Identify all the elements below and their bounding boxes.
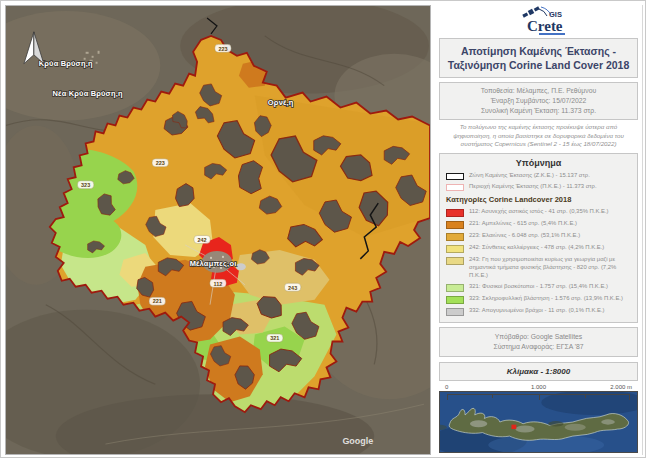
svg-text:223: 223 bbox=[218, 46, 227, 52]
legend-outline-items: Ζώνη Καμένης Έκτασης (Ζ.Κ.Ε.) - 15.137 σ… bbox=[446, 172, 631, 191]
scale-bar-label: 1.000 bbox=[531, 384, 546, 390]
legend-category-swatch bbox=[446, 284, 464, 292]
info-line: Τοποθεσία: Μέλαμπες, Π.Ε. Ρεθύμνου bbox=[442, 86, 635, 96]
legend-category-label: 323: Σκληροφυλλική βλάστηση - 1.576 στρ.… bbox=[469, 295, 623, 303]
svg-text:Crete: Crete bbox=[527, 18, 563, 34]
legend-category-item: 321: Φυσικοί βοσκότοποι - 1.757 στρ. (15… bbox=[446, 283, 631, 292]
source-line: Σύστημα Αναφοράς: ΕΓΣΑ '87 bbox=[442, 342, 635, 352]
legend-outline-swatch bbox=[446, 173, 464, 180]
place-label: Κρύα Βρύση,η bbox=[39, 59, 93, 68]
legend-outline-item: Περιοχή Καμένης Έκτασης (Π.Κ.Ε.) - 11.37… bbox=[446, 183, 631, 191]
place-label: Νέα Κρύα Βρύση,η bbox=[53, 89, 123, 98]
legend-category-item: 223: Ελαιώνες - 6.048 στρ. (53,1% Π.Κ.Ε.… bbox=[446, 232, 631, 241]
corine-code-tag: 321 bbox=[267, 334, 283, 342]
corine-code-tag: 221 bbox=[149, 297, 165, 305]
corine-code-tag: 223 bbox=[152, 159, 168, 167]
legend-category-swatch bbox=[446, 308, 464, 316]
info-line: Έναρξη Συμβάντος: 15/07/2022 bbox=[442, 96, 635, 106]
legend-category-swatch bbox=[446, 257, 464, 265]
legend-outline-swatch bbox=[446, 184, 464, 191]
legend-category-swatch bbox=[446, 233, 464, 241]
scale-bar-label: 2.000 m bbox=[610, 384, 632, 390]
burn-location-marker bbox=[511, 425, 516, 429]
incident-info-box: Τοποθεσία: Μέλαμπες, Π.Ε. ΡεθύμνουΈναρξη… bbox=[439, 82, 638, 120]
legend-category-item: 112: Ασυνεχής αστικός ιστός - 41 στρ. (0… bbox=[446, 208, 631, 217]
source-line: Υπόβαθρο: Google Satellites bbox=[442, 332, 635, 342]
legend-box: Υπόμνημα Ζώνη Καμένης Έκτασης (Ζ.Κ.Ε.) -… bbox=[439, 153, 638, 323]
legend-category-swatch bbox=[446, 245, 464, 253]
legend-category-label: 223: Ελαιώνες - 6.048 στρ. (53,1% Π.Κ.Ε.… bbox=[469, 232, 580, 240]
scale-bar-label: 0 bbox=[445, 384, 448, 390]
legend-category-label: 321: Φυσικοί βοσκότοποι - 1.757 στρ. (15… bbox=[469, 283, 608, 291]
map-title-line1: Αποτίμηση Καμένης Έκτασης - bbox=[443, 44, 634, 58]
place-label: Ορνέ,η bbox=[268, 98, 294, 107]
legend-categories-title: Κατηγορίες Corine Landcover 2018 bbox=[446, 195, 631, 204]
google-watermark: Google bbox=[342, 436, 373, 446]
map-canvas: 223223323242112221243321 Κρύα Βρύση,ηΝέα… bbox=[6, 6, 430, 454]
legend-category-label: 332: Απογυμνωμένοι βράχοι - 11 στρ. (0,1… bbox=[469, 307, 605, 315]
corine-code-tag: 223 bbox=[215, 44, 231, 52]
svg-text:112: 112 bbox=[214, 281, 223, 287]
gis-crete-logo-graphic: GIS Crete bbox=[491, 6, 587, 36]
legend-category-item: 243: Γη που χρησιμοποιείται κυρίως για γ… bbox=[446, 256, 631, 280]
map-title-line2: Ταξινόμηση Corine Land Cover 2018 bbox=[443, 58, 634, 72]
scale-box: Κλίμακα - 1:8000 bbox=[439, 362, 638, 381]
satellite-icon bbox=[521, 6, 539, 18]
map-title-box: Αποτίμηση Καμένης Έκτασης - Ταξινόμηση C… bbox=[439, 38, 638, 78]
legend-category-item: 332: Απογυμνωμένοι βράχοι - 11 στρ. (0,1… bbox=[446, 307, 631, 316]
legend-category-item: 242: Σύνθετες καλλιέργειες - 478 στρ. (4… bbox=[446, 244, 631, 253]
svg-text:243: 243 bbox=[288, 285, 297, 291]
corine-code-tag: 242 bbox=[194, 235, 210, 243]
scale-bar: 01.0002.000 m bbox=[445, 384, 632, 385]
crete-inset-map bbox=[440, 392, 637, 452]
legend-category-label: 242: Σύνθετες καλλιέργειες - 478 στρ. (4… bbox=[469, 244, 604, 252]
legend-outline-label: Περιοχή Καμένης Έκτασης (Π.Κ.Ε.) - 11.37… bbox=[469, 183, 597, 191]
gis-crete-logo: GIS Crete bbox=[439, 6, 638, 36]
legend-category-item: 323: Σκληροφυλλική βλάστηση - 1.576 στρ.… bbox=[446, 295, 631, 304]
legend-title: Υπόμνημα bbox=[446, 158, 631, 168]
place-label: Μέλαμπες,οι bbox=[190, 259, 237, 268]
source-box: Υπόβαθρο: Google SatellitesΣύστημα Αναφο… bbox=[439, 327, 638, 357]
svg-text:223: 223 bbox=[156, 160, 165, 166]
legend-category-swatch bbox=[446, 209, 464, 217]
legend-category-label: 243: Γη που χρησιμοποιείται κυρίως για γ… bbox=[469, 256, 631, 280]
crete-overview-inset[interactable] bbox=[439, 391, 638, 453]
legend-category-items: 112: Ασυνεχής αστικός ιστός - 41 στρ. (0… bbox=[446, 208, 631, 316]
corine-code-tag: 112 bbox=[210, 279, 226, 287]
map-layout-page: 223223323242112221243321 Κρύα Βρύση,ηΝέα… bbox=[0, 0, 646, 458]
legend-category-label: 221: Αμπελώνες - 615 στρ. (5,4% Π.Κ.Ε.) bbox=[469, 220, 577, 228]
methodology-note: Το πολύγωνο της καμένης έκτασης προέκυψε… bbox=[439, 123, 638, 149]
legend-category-swatch bbox=[446, 296, 464, 304]
legend-category-swatch bbox=[446, 221, 464, 229]
main-map[interactable]: 223223323242112221243321 Κρύα Βρύση,ηΝέα… bbox=[5, 5, 431, 455]
legend-outline-item: Ζώνη Καμένης Έκτασης (Ζ.Κ.Ε.) - 15.137 σ… bbox=[446, 172, 631, 180]
info-line: Συνολική Καμένη Έκταση: 11.373 στρ. bbox=[442, 106, 635, 116]
legend-outline-label: Ζώνη Καμένης Έκτασης (Ζ.Κ.Ε.) - 15.137 σ… bbox=[469, 172, 590, 180]
svg-text:321: 321 bbox=[270, 335, 279, 341]
svg-text:242: 242 bbox=[198, 237, 207, 243]
layout-panel: GIS Crete Αποτίμηση Καμένης Έκτασης - Τα… bbox=[435, 5, 643, 455]
patch-332 bbox=[236, 263, 246, 270]
svg-text:323: 323 bbox=[81, 182, 90, 188]
svg-text:221: 221 bbox=[153, 298, 162, 304]
legend-category-label: 112: Ασυνεχής αστικός ιστός - 41 στρ. (0… bbox=[469, 208, 609, 216]
corine-code-tag: 323 bbox=[77, 181, 93, 189]
legend-category-item: 221: Αμπελώνες - 615 στρ. (5,4% Π.Κ.Ε.) bbox=[446, 220, 631, 229]
corine-code-tag: 243 bbox=[284, 283, 300, 291]
